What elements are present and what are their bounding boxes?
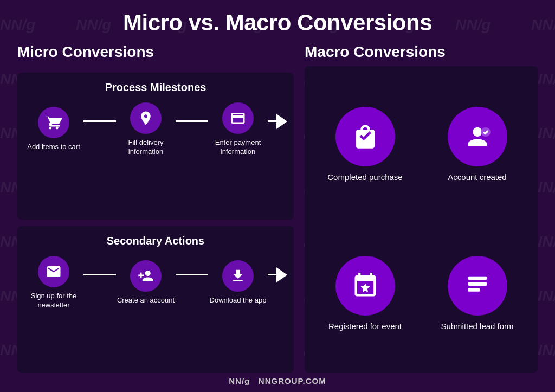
cart-icon (46, 114, 62, 131)
step-payment: Enter payment information (208, 102, 268, 157)
connector-line (268, 274, 276, 275)
macro-registered-event-label: Registered for event (328, 321, 402, 332)
process-milestones-title: Process Milestones (24, 81, 287, 94)
email-icon (46, 264, 62, 280)
step-delivery: Fill delivery information (116, 102, 176, 157)
step-cart-label: Add items to cart (27, 143, 80, 152)
macro-grid: Completed purchase Account created (313, 75, 529, 364)
connector-6 (268, 274, 276, 275)
connector-1 (83, 120, 116, 122)
download-icon-circle (222, 260, 254, 292)
macro-submitted-form: Submitted lead form (425, 224, 529, 364)
step-cart: Add items to cart (24, 107, 83, 152)
macro-completed-purchase-label: Completed purchase (327, 172, 402, 183)
macro-account-created-label: Account created (448, 172, 506, 183)
process-milestones-box: Process Milestones Add items to cart (17, 73, 294, 220)
connector-line (100, 120, 116, 122)
calendar-star-icon-circle (335, 256, 395, 316)
step-payment-label: Enter payment information (208, 138, 268, 157)
card-icon (230, 110, 246, 126)
macro-submitted-form-label: Submitted lead form (441, 321, 513, 332)
connector-line (192, 274, 208, 275)
step-delivery-label: Fill delivery information (116, 138, 176, 157)
connector-line (83, 274, 100, 275)
macro-conversions-heading: Macro Conversions (305, 43, 538, 61)
person-add-icon-circle (130, 260, 162, 292)
step-download: Download the app (208, 260, 268, 305)
connector-line (83, 120, 100, 122)
person-badge-icon-circle (448, 107, 507, 166)
arrow-right-secondary (276, 267, 287, 282)
arrow-right-process (276, 114, 287, 129)
process-steps-row: Add items to cart Fil (24, 102, 287, 157)
connector-line (176, 120, 192, 122)
calendar-star-icon (351, 272, 379, 300)
svg-rect-3 (468, 288, 480, 292)
bag-check-icon (351, 123, 379, 151)
person-add-icon (138, 268, 154, 284)
email-icon-circle (38, 256, 69, 287)
footer: NN/g NNGROUP.COM (17, 373, 538, 387)
footer-logo: NN/g NNGROUP.COM (229, 376, 326, 385)
connector-line (100, 274, 116, 275)
macro-conversions-box: Completed purchase Account created (305, 66, 538, 373)
macro-account-created: Account created (425, 75, 529, 215)
svg-rect-2 (468, 282, 487, 286)
secondary-actions-box: Secondary Actions Sign up for the newsle… (17, 226, 294, 373)
connector-line (192, 120, 208, 122)
cart-icon-circle (38, 107, 69, 138)
step-newsletter: Sign up for the newsletter (24, 256, 83, 310)
person-badge-icon (463, 123, 492, 151)
micro-conversions-heading: Micro Conversions (17, 43, 294, 61)
footer-logo-nn: NN/g (229, 376, 250, 385)
columns-layout: Micro Conversions Process Milestones Add… (17, 43, 538, 373)
svg-rect-1 (468, 277, 487, 280)
download-icon (230, 268, 246, 284)
location-icon (138, 110, 154, 126)
bag-check-icon-circle (335, 107, 395, 166)
page-title: Micro vs. Macro Conversions (17, 10, 538, 36)
step-download-label: Download the app (210, 296, 267, 305)
secondary-actions-title: Secondary Actions (24, 235, 287, 247)
footer-site: NNGROUP.COM (259, 376, 326, 385)
connector-line (268, 120, 276, 122)
connector-5 (176, 274, 208, 275)
connector-4 (83, 274, 116, 275)
form-list-icon-circle (448, 256, 507, 316)
secondary-steps-row: Sign up for the newsletter (24, 256, 287, 310)
main-content: Micro vs. Macro Conversions Micro Conver… (0, 0, 555, 392)
connector-2 (176, 120, 208, 122)
macro-completed-purchase: Completed purchase (313, 75, 417, 215)
micro-conversions-col: Micro Conversions Process Milestones Add… (17, 43, 294, 373)
step-create-account-label: Create an account (117, 296, 175, 305)
form-list-icon (463, 272, 492, 300)
step-newsletter-label: Sign up for the newsletter (24, 292, 83, 310)
macro-registered-event: Registered for event (313, 224, 417, 364)
macro-conversions-col: Macro Conversions Completed purchase (305, 43, 538, 373)
card-icon-circle (222, 102, 254, 134)
location-icon-circle (130, 102, 162, 134)
connector-3 (268, 120, 276, 122)
step-create-account: Create an account (116, 260, 176, 305)
connector-line (176, 274, 192, 275)
